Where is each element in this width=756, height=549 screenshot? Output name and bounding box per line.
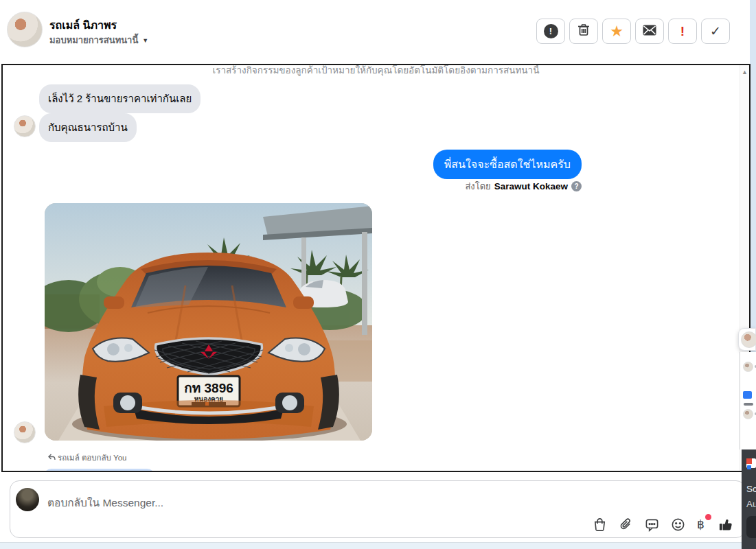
text-fragment <box>744 403 753 406</box>
chevron-down-icon: ▼ <box>142 37 148 44</box>
sent-by-line: ส่งโดย Sarawut Kokaew ? <box>465 179 582 194</box>
bottom-background-strip <box>0 542 756 549</box>
avatar <box>741 331 756 348</box>
trash-icon <box>577 23 590 39</box>
assign-conversation-dropdown[interactable]: มอบหมายการสนทนานี้ ▼ <box>49 33 148 47</box>
reply-arrow-icon <box>48 454 56 462</box>
outgoing-message-bubble: พี่สนใจจะซื้อสดใช่ไหมครับ <box>433 150 582 179</box>
emoji-icon[interactable] <box>671 517 685 532</box>
avatar[interactable] <box>14 421 36 443</box>
incoming-message-bubble: กับคุณธนารถบ้าน <box>39 113 137 142</box>
reply-caption: รถเมล์ ตอบกลับ You <box>48 452 126 464</box>
like-thumb-icon[interactable] <box>718 517 733 532</box>
mark-important-button[interactable]: ! <box>668 19 697 44</box>
mark-done-button[interactable]: ✓ <box>701 19 730 44</box>
chat-message-area: เราสร้างกิจกรรมของลูกค้าเป้าหมายให้กับคุ… <box>1 64 751 472</box>
conversation-header: รถเมล์ นิภาพร มอบหมายการสนทนานี้ ▼ ! ★ <box>0 0 750 64</box>
avatar[interactable] <box>7 12 43 47</box>
sent-by-name: Sarawut Kokaew <box>494 181 568 191</box>
avatar[interactable] <box>14 115 36 137</box>
auto-activity-note: เราสร้างกิจกรรมของลูกค้าเป้าหมายให้กับคุ… <box>3 64 749 78</box>
assign-label: มอบหมายการสนทนานี้ <box>49 33 138 47</box>
avatar <box>743 362 753 372</box>
mark-done-check-icon: ✓ <box>710 23 721 39</box>
avatar <box>16 488 39 511</box>
car-photo-attachment[interactable]: กท 3896 หนองคาย <box>45 203 372 441</box>
clipped-extension-panel[interactable]: Sc Au <box>742 449 756 549</box>
follow-up-star-icon: ★ <box>610 24 623 39</box>
page: รถเมล์ นิภาพร มอบหมายการสนทนานี้ ▼ ! ★ <box>0 0 756 549</box>
payment-baht-icon[interactable]: ฿ <box>697 517 707 532</box>
mark-important-icon: ! <box>680 24 685 39</box>
highlighted-item <box>743 391 752 399</box>
clipped-chat-head-card[interactable] <box>738 328 756 351</box>
contact-name[interactable]: รถเมล์ นิภาพร <box>49 16 117 34</box>
delete-button[interactable] <box>569 19 598 44</box>
reply-input-placeholder[interactable]: ตอบกลับใน Messenger... <box>47 494 163 511</box>
reply-caption-text: รถเมล์ ตอบกลับ You <box>58 452 126 464</box>
panel-text-line: Au <box>746 499 756 509</box>
license-plate-number: กท 3896 <box>184 381 233 395</box>
follow-up-button[interactable]: ★ <box>602 19 631 44</box>
panel-button[interactable] <box>746 516 756 538</box>
report-circle-icon: ! <box>544 24 558 38</box>
help-question-icon[interactable]: ? <box>571 181 582 191</box>
sent-by-prefix: ส่งโดย <box>465 179 490 194</box>
baht-glyph: ฿ <box>697 518 705 531</box>
scroll-up-arrow-icon[interactable]: ▲ <box>740 65 749 75</box>
paperclip-icon[interactable] <box>619 517 633 532</box>
saved-reply-icon[interactable] <box>645 517 659 532</box>
car-photo-art: กท 3896 หนองคาย <box>45 203 372 441</box>
composer-toolbar: ฿ <box>593 517 733 532</box>
avatar <box>743 409 753 419</box>
clipped-conversation-list-panel[interactable] <box>740 352 756 449</box>
reply-input-box[interactable]: ตอบกลับใน Messenger... <box>10 480 746 538</box>
shop-bag-icon[interactable] <box>593 517 607 532</box>
extension-logo-icon <box>746 458 756 468</box>
report-button[interactable]: ! <box>536 19 565 44</box>
panel-text-line: Sc <box>746 484 756 494</box>
mark-unread-button[interactable] <box>635 19 664 44</box>
reply-composer-area: ตอบกลับใน Messenger... <box>0 472 750 542</box>
notification-dot <box>705 514 711 520</box>
mark-unread-envelope-icon <box>643 25 656 38</box>
incoming-message-bubble: เล็งไว้ 2 ร้านขายราคาเท่ากันเลย <box>39 84 201 113</box>
